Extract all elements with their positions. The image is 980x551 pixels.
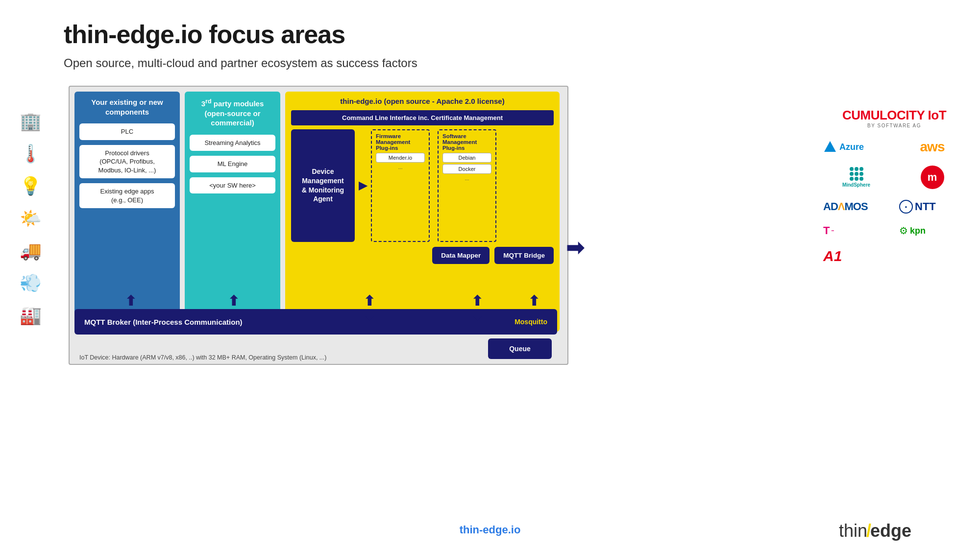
kpn-gear: ⚙: [899, 225, 908, 237]
col-existing-title: Your existing or new components: [79, 97, 175, 117]
arrow-thinedge-up: ⬆: [364, 293, 375, 309]
logo-cumulocity: CUMULOCITY IoT BY SOFTWARE AG: [823, 108, 965, 128]
data-mapper-button: Data Mapper: [432, 247, 490, 264]
arrow-to-plugins: ▶: [359, 129, 367, 242]
kpn-text: kpn: [910, 226, 926, 236]
left-icon-column: 🏢 🌡️ 💡 🌤️ 🚚 💨 🏭: [20, 113, 42, 324]
cumulocity-sub: BY SOFTWARE AG: [867, 123, 921, 128]
factory-icon: 🏭: [20, 307, 42, 324]
ml-engine-box: ML Engine: [190, 156, 275, 172]
mindsphere-text: MindSphere: [842, 182, 870, 188]
protocol-drivers-box: Protocol drivers(OPC/UA, Profibus,Modbus…: [79, 145, 175, 179]
your-sw-box: <your SW here>: [190, 177, 275, 194]
page-title: thin-edge.io focus areas: [64, 20, 345, 49]
docker-pill: Docker: [442, 164, 491, 174]
col-thinedge-title: thin-edge.io (open source - Apache 2.0 l…: [291, 96, 554, 106]
telekom-t: T: [823, 224, 830, 237]
software-plugins-box: SoftwareManagementPlug-ins Debian Docker…: [438, 129, 496, 242]
wind-icon: 💨: [20, 274, 42, 292]
footer-logo-thin: thin: [839, 521, 867, 541]
footer-center: thin-edge.io: [460, 524, 521, 536]
main-diagram: Your existing or new components PLC Prot…: [69, 86, 568, 365]
truck-icon: 🚚: [20, 242, 42, 260]
footer-logo-edge: edge: [870, 521, 911, 541]
ntt-text: NTT: [915, 200, 936, 213]
telekom-dots: · ·: [831, 227, 833, 234]
footer-logo: thin / edge: [839, 521, 911, 541]
logo-mindsphere: MindSphere: [823, 167, 889, 188]
arrow-thinedge-down: ⬇: [364, 308, 375, 324]
firmware-title: FirmwareManagementPlug-ins: [376, 133, 425, 151]
debian-pill: Debian: [442, 153, 491, 163]
mqtt-bridge-button: MQTT Bridge: [494, 247, 554, 264]
logo-kpn: ⚙ kpn: [899, 225, 965, 237]
azure-text: Azure: [839, 142, 864, 152]
arrow-datamapper-up: ⬆: [471, 293, 483, 309]
logo-ntt: ● NTT: [899, 200, 965, 214]
cloud-logos: CUMULOCITY IoT BY SOFTWARE AG Azure aws …: [823, 108, 965, 264]
mindsphere-grid: [850, 167, 863, 181]
firmware-plugins-box: FirmwareManagementPlug-ins Mender.io ...: [371, 129, 430, 242]
arrow-thirdparty-up: ⬆: [228, 293, 239, 309]
bottom-buttons: Data Mapper MQTT Bridge: [291, 247, 554, 264]
software-title: SoftwareManagementPlug-ins: [442, 133, 491, 151]
weather-icon: 🌤️: [20, 210, 42, 227]
arrow-existing-up: ⬆: [125, 293, 136, 309]
page-subtitle: Open source, multi-cloud and partner eco…: [64, 56, 417, 70]
temperature-icon: 🌡️: [20, 145, 42, 163]
logo-a1: A1: [823, 248, 889, 264]
logo-adamos: ADΛMOS: [823, 200, 889, 213]
logo-bosch: m: [899, 166, 965, 189]
azure-icon: [823, 140, 837, 154]
logo-telekom: T · ·: [823, 224, 889, 237]
bosch-circle: m: [921, 166, 944, 189]
software-dots: ...: [442, 175, 491, 181]
arrow-datamapper-down: ⬇: [471, 308, 483, 324]
cumulocity-text: CUMULOCITY IoT: [842, 108, 946, 123]
arrow-queue-down: ⬇: [528, 308, 539, 324]
arrow-queue-up: ⬆: [528, 293, 539, 309]
mqtt-broker-bar: MQTT Broker (Inter-Process Communication…: [74, 309, 557, 335]
plc-box: PLC: [79, 123, 175, 140]
logo-aws: aws: [899, 139, 965, 155]
edge-apps-box: Existing edge apps(e.g., OEE): [79, 183, 175, 208]
queue-box: Queue: [488, 338, 552, 359]
cli-bar: Command Line Interface inc. Certificate …: [291, 110, 554, 125]
mender-pill: Mender.io: [376, 153, 425, 163]
streetlight-icon: 💡: [20, 177, 42, 195]
col-thinedge: thin-edge.io (open source - Apache 2.0 l…: [285, 92, 560, 332]
building-icon: 🏢: [20, 113, 42, 130]
svg-marker-0: [824, 141, 836, 152]
arrow-thirdparty-down: ⬇: [228, 308, 239, 324]
col-thirdparty-title: 3rd party modules(open-source orcommerci…: [190, 97, 275, 128]
mqtt-broker-label: MQTT Broker (Inter-Process Communication…: [84, 318, 243, 326]
arrow-existing-down: ⬇: [125, 308, 136, 324]
iot-device-label: IoT Device: Hardware (ARM v7/v8, x86, ..…: [79, 354, 326, 361]
device-mgmt-box: DeviceManagement& MonitoringAgent: [291, 129, 355, 242]
logo-azure: Azure: [823, 140, 889, 154]
arrow-to-cloud: ➡: [566, 235, 584, 260]
streaming-analytics-box: Streaming Analytics: [190, 135, 275, 151]
firmware-dots: ...: [376, 164, 425, 170]
aws-text: aws: [920, 139, 945, 155]
